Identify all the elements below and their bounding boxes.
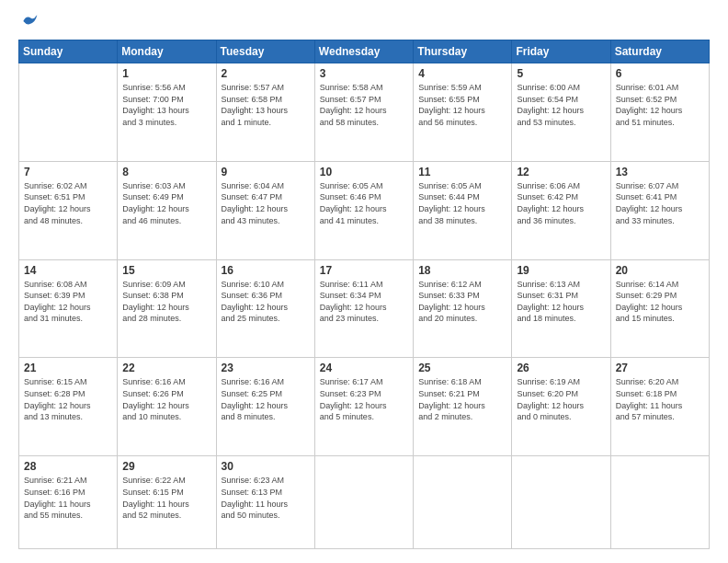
calendar-cell: 13Sunrise: 6:07 AM Sunset: 6:41 PM Dayli… [610,161,709,259]
day-info: Sunrise: 6:07 AM Sunset: 6:41 PM Dayligh… [616,180,704,226]
calendar-cell: 21Sunrise: 6:15 AM Sunset: 6:28 PM Dayli… [19,358,118,456]
calendar-cell: 7Sunrise: 6:02 AM Sunset: 6:51 PM Daylig… [19,161,118,259]
calendar-cell: 22Sunrise: 6:16 AM Sunset: 6:26 PM Dayli… [118,358,216,456]
day-number: 20 [616,264,704,277]
weekday-header: Sunday [19,40,118,63]
day-info: Sunrise: 6:20 AM Sunset: 6:18 PM Dayligh… [616,376,704,422]
day-number: 28 [24,460,112,473]
day-number: 9 [222,166,310,178]
day-info: Sunrise: 6:18 AM Sunset: 6:21 PM Dayligh… [418,376,506,422]
day-info: Sunrise: 6:05 AM Sunset: 6:44 PM Dayligh… [418,180,506,226]
day-info: Sunrise: 6:16 AM Sunset: 6:25 PM Dayligh… [222,376,310,422]
day-info: Sunrise: 6:10 AM Sunset: 6:36 PM Dayligh… [222,279,310,325]
calendar-cell: 3Sunrise: 5:58 AM Sunset: 6:57 PM Daylig… [314,63,413,162]
calendar-header-row: SundayMondayTuesdayWednesdayThursdayFrid… [19,40,710,63]
day-info: Sunrise: 6:17 AM Sunset: 6:23 PM Dayligh… [320,376,408,422]
weekday-header: Wednesday [314,40,413,63]
day-info: Sunrise: 6:08 AM Sunset: 6:39 PM Dayligh… [24,279,112,325]
calendar-cell [19,63,118,162]
day-info: Sunrise: 6:12 AM Sunset: 6:33 PM Dayligh… [418,279,506,325]
calendar-cell: 30Sunrise: 6:23 AM Sunset: 6:13 PM Dayli… [216,456,314,549]
day-number: 8 [122,166,210,178]
day-number: 15 [122,264,210,277]
day-number: 4 [418,67,506,80]
day-info: Sunrise: 6:02 AM Sunset: 6:51 PM Dayligh… [24,180,112,226]
day-number: 14 [24,264,112,277]
weekday-header: Saturday [610,40,709,63]
day-number: 27 [616,362,704,374]
calendar-cell: 28Sunrise: 6:21 AM Sunset: 6:16 PM Dayli… [19,456,118,549]
calendar-cell: 15Sunrise: 6:09 AM Sunset: 6:38 PM Dayli… [118,259,216,358]
calendar-cell: 2Sunrise: 5:57 AM Sunset: 6:58 PM Daylig… [216,63,314,162]
calendar-week-row: 1Sunrise: 5:56 AM Sunset: 7:00 PM Daylig… [19,63,710,162]
day-info: Sunrise: 5:56 AM Sunset: 7:00 PM Dayligh… [122,82,210,128]
logo-icon [20,12,39,30]
calendar-cell: 6Sunrise: 6:01 AM Sunset: 6:52 PM Daylig… [610,63,709,162]
day-number: 25 [418,362,506,374]
calendar-cell: 18Sunrise: 6:12 AM Sunset: 6:33 PM Dayli… [414,259,512,358]
calendar-cell: 25Sunrise: 6:18 AM Sunset: 6:21 PM Dayli… [414,358,512,456]
day-info: Sunrise: 6:06 AM Sunset: 6:42 PM Dayligh… [517,180,605,226]
day-info: Sunrise: 6:05 AM Sunset: 6:46 PM Dayligh… [320,180,408,226]
page: SundayMondayTuesdayWednesdayThursdayFrid… [0,0,728,563]
calendar-week-row: 21Sunrise: 6:15 AM Sunset: 6:28 PM Dayli… [19,358,710,456]
day-info: Sunrise: 6:01 AM Sunset: 6:52 PM Dayligh… [616,82,704,128]
day-info: Sunrise: 5:58 AM Sunset: 6:57 PM Dayligh… [320,82,408,128]
calendar-cell: 19Sunrise: 6:13 AM Sunset: 6:31 PM Dayli… [512,259,610,358]
calendar-week-row: 7Sunrise: 6:02 AM Sunset: 6:51 PM Daylig… [19,161,710,259]
calendar-cell: 16Sunrise: 6:10 AM Sunset: 6:36 PM Dayli… [216,259,314,358]
calendar-cell [314,456,413,549]
calendar-cell: 26Sunrise: 6:19 AM Sunset: 6:20 PM Dayli… [512,358,610,456]
day-number: 3 [320,67,408,80]
calendar-table: SundayMondayTuesdayWednesdayThursdayFrid… [18,40,710,549]
day-number: 7 [24,166,112,178]
day-number: 26 [517,362,605,374]
day-info: Sunrise: 6:22 AM Sunset: 6:15 PM Dayligh… [122,475,210,521]
weekday-header: Thursday [414,40,512,63]
day-number: 10 [320,166,408,178]
calendar-week-row: 28Sunrise: 6:21 AM Sunset: 6:16 PM Dayli… [19,456,710,549]
day-number: 24 [320,362,408,374]
calendar-cell: 9Sunrise: 6:04 AM Sunset: 6:47 PM Daylig… [216,161,314,259]
day-info: Sunrise: 6:23 AM Sunset: 6:13 PM Dayligh… [222,475,310,521]
day-info: Sunrise: 6:16 AM Sunset: 6:26 PM Dayligh… [122,376,210,422]
calendar-cell: 27Sunrise: 6:20 AM Sunset: 6:18 PM Dayli… [610,358,709,456]
day-info: Sunrise: 6:03 AM Sunset: 6:49 PM Dayligh… [122,180,210,226]
calendar-cell: 14Sunrise: 6:08 AM Sunset: 6:39 PM Dayli… [19,259,118,358]
logo [18,14,39,30]
day-number: 12 [517,166,605,178]
calendar-cell: 1Sunrise: 5:56 AM Sunset: 7:00 PM Daylig… [118,63,216,162]
calendar-cell: 17Sunrise: 6:11 AM Sunset: 6:34 PM Dayli… [314,259,413,358]
day-number: 13 [616,166,704,178]
day-info: Sunrise: 5:57 AM Sunset: 6:58 PM Dayligh… [222,82,310,128]
calendar-cell: 8Sunrise: 6:03 AM Sunset: 6:49 PM Daylig… [118,161,216,259]
calendar-cell: 24Sunrise: 6:17 AM Sunset: 6:23 PM Dayli… [314,358,413,456]
day-number: 16 [222,264,310,277]
day-number: 21 [24,362,112,374]
header [18,14,710,30]
weekday-header: Monday [118,40,216,63]
day-number: 22 [122,362,210,374]
day-info: Sunrise: 5:59 AM Sunset: 6:55 PM Dayligh… [418,82,506,128]
day-number: 18 [418,264,506,277]
calendar-cell: 12Sunrise: 6:06 AM Sunset: 6:42 PM Dayli… [512,161,610,259]
day-info: Sunrise: 6:14 AM Sunset: 6:29 PM Dayligh… [616,279,704,325]
day-info: Sunrise: 6:21 AM Sunset: 6:16 PM Dayligh… [24,475,112,521]
day-number: 1 [122,67,210,80]
day-number: 30 [222,460,310,473]
day-number: 19 [517,264,605,277]
weekday-header: Friday [512,40,610,63]
calendar-cell: 11Sunrise: 6:05 AM Sunset: 6:44 PM Dayli… [414,161,512,259]
calendar-cell: 23Sunrise: 6:16 AM Sunset: 6:25 PM Dayli… [216,358,314,456]
calendar-cell [610,456,709,549]
day-info: Sunrise: 6:11 AM Sunset: 6:34 PM Dayligh… [320,279,408,325]
day-info: Sunrise: 6:00 AM Sunset: 6:54 PM Dayligh… [517,82,605,128]
calendar-cell: 4Sunrise: 5:59 AM Sunset: 6:55 PM Daylig… [414,63,512,162]
calendar-cell: 5Sunrise: 6:00 AM Sunset: 6:54 PM Daylig… [512,63,610,162]
day-number: 17 [320,264,408,277]
day-info: Sunrise: 6:19 AM Sunset: 6:20 PM Dayligh… [517,376,605,422]
day-number: 23 [222,362,310,374]
calendar-cell: 20Sunrise: 6:14 AM Sunset: 6:29 PM Dayli… [610,259,709,358]
day-info: Sunrise: 6:04 AM Sunset: 6:47 PM Dayligh… [222,180,310,226]
day-number: 11 [418,166,506,178]
